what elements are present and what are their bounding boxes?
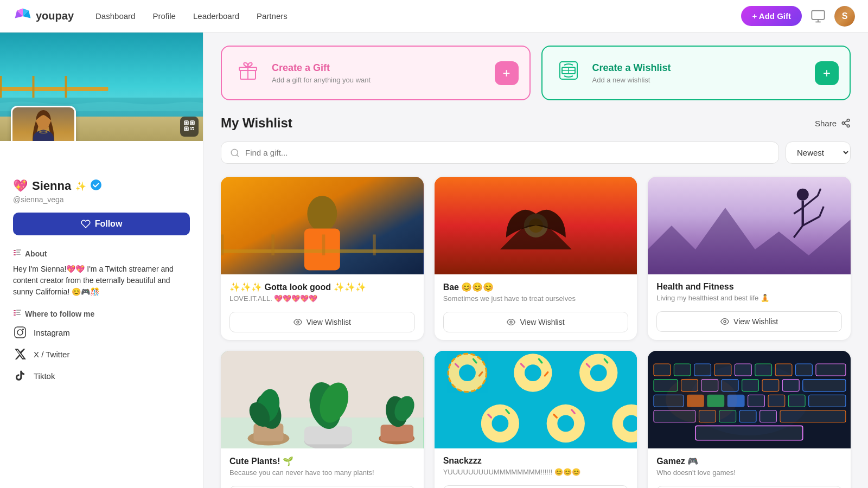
heart-emoji: 💖: [13, 179, 28, 193]
create-gift-card[interactable]: Create a Gift Add a gift for anything yo…: [221, 46, 531, 100]
share-icon: [841, 118, 851, 128]
bars-icon-2: [13, 309, 22, 319]
svg-rect-10: [0, 87, 108, 91]
svg-point-47: [847, 119, 850, 122]
sidebar-body: 💖 Sienna ✨ @sienna_vega Follow: [0, 141, 203, 403]
card-image-gamez: [648, 351, 851, 448]
follow-title: Where to follow me: [13, 309, 190, 319]
follow-section: Where to follow me Instagram: [13, 309, 190, 383]
svg-point-68: [797, 189, 809, 201]
svg-point-110: [492, 415, 508, 432]
svg-rect-61: [373, 234, 375, 255]
instagram-link[interactable]: Instagram: [13, 325, 190, 339]
svg-rect-137: [803, 380, 846, 391]
add-gift-button[interactable]: + Add Gift: [741, 6, 802, 26]
svg-rect-4: [812, 10, 824, 19]
create-wishlist-title: Create a Wishlist: [592, 62, 671, 74]
svg-rect-26: [193, 129, 194, 130]
card-image-snacks: [435, 351, 637, 448]
sparkle-emoji: ✨: [75, 181, 86, 191]
svg-rect-36: [14, 314, 16, 316]
gift-card-icon: [235, 57, 261, 88]
svg-rect-29: [14, 252, 16, 253]
view-wishlist-gotta-button[interactable]: View Wishlist: [229, 312, 415, 332]
svg-point-27: [91, 179, 101, 190]
create-wishlist-plus-button[interactable]: +: [815, 61, 839, 85]
wishlist-card-health[interactable]: Health and Fitness Living my healthiest …: [648, 177, 851, 340]
svg-rect-18: [186, 122, 188, 124]
qr-button[interactable]: [180, 117, 199, 137]
wishlist-card-bae[interactable]: Bae 😊😊😊 Sometimes we just have to treat …: [435, 177, 637, 340]
svg-rect-33: [16, 254, 21, 255]
logo[interactable]: youpay: [13, 7, 74, 26]
view-wishlist-bae-label: View Wishlist: [520, 318, 564, 326]
profile-picture: [11, 106, 76, 141]
wishlist-card-plants[interactable]: Cute Plants! 🌱 Because you can never hav…: [221, 351, 424, 488]
svg-rect-58: [221, 234, 224, 255]
svg-point-49: [847, 125, 850, 127]
svg-point-106: [590, 364, 607, 381]
svg-rect-85: [304, 426, 352, 444]
follow-label: Follow: [95, 219, 123, 229]
view-wishlist-health-button[interactable]: View Wishlist: [656, 311, 842, 332]
svg-point-76: [724, 320, 726, 323]
monitor-icon[interactable]: [810, 9, 826, 24]
svg-rect-25: [190, 129, 192, 130]
search-input[interactable]: [245, 148, 770, 157]
svg-rect-20: [192, 122, 194, 124]
card-body-snacks: Snackzzz YUUUUUUUUUMMMMMMMM!!!!!! 😊😊😊 Vi…: [435, 448, 637, 488]
svg-line-53: [237, 155, 238, 156]
tiktok-link[interactable]: Tiktok: [13, 369, 190, 383]
card-desc-plants: Because you can never have too many plan…: [229, 468, 415, 479]
svg-rect-145: [809, 395, 846, 407]
follow-button[interactable]: Follow: [13, 213, 190, 235]
svg-point-42: [22, 329, 24, 330]
create-gift-plus-button[interactable]: +: [495, 61, 519, 85]
card-desc-gotta: LOVE.IT.ALL. 💖💖💖💖💖: [229, 294, 415, 305]
wishlist-card-gamez[interactable]: Gamez 🎮 Who doesn't love games! View Wis…: [648, 351, 851, 488]
wishlist-card-snacks[interactable]: Snackzzz YUUUUUUUUUMMMMMMMM!!!!!! 😊😊😊 Vi…: [435, 351, 637, 488]
share-button[interactable]: Share: [815, 118, 851, 128]
create-wishlist-card[interactable]: Create a Wishlist Add a new wishlist +: [541, 46, 851, 100]
search-icon: [230, 148, 240, 158]
filter-select[interactable]: Newest Oldest Popular: [786, 142, 851, 164]
svg-point-48: [842, 122, 845, 125]
layout: 💖 Sienna ✨ @sienna_vega Follow: [0, 33, 868, 488]
nav-partners[interactable]: Partners: [257, 11, 288, 21]
twitter-link[interactable]: X / Twitter: [13, 347, 190, 361]
eye-icon-health: [720, 317, 729, 326]
eye-icon: [293, 318, 302, 326]
main-content: Create a Gift Add a gift for anything yo…: [203, 33, 868, 488]
create-gift-title: Create a Gift: [272, 62, 371, 74]
wishlist-card-gotta-look-good[interactable]: ✨✨✨ Gotta look good ✨✨✨ LOVE.IT.ALL. 💖💖💖…: [221, 177, 424, 340]
card-image-health: [648, 177, 851, 274]
card-title-bae: Bae 😊😊😊: [443, 282, 629, 292]
nav-dashboard[interactable]: Dashboard: [95, 11, 135, 21]
profile-handle: @sienna_vega: [13, 195, 190, 204]
svg-rect-24: [192, 127, 194, 128]
navbar: youpay Dashboard Profile Leaderboard Par…: [0, 0, 868, 33]
view-wishlist-bae-button[interactable]: View Wishlist: [443, 312, 629, 332]
svg-rect-37: [16, 310, 21, 311]
tiktok-icon: [13, 369, 27, 383]
x-twitter-icon: [13, 347, 27, 361]
svg-rect-35: [14, 312, 16, 313]
view-wishlist-gamez-button[interactable]: View Wishlist: [656, 486, 842, 488]
view-wishlist-plants-button[interactable]: View Wishlist: [229, 486, 415, 488]
view-wishlist-snacks-button[interactable]: View Wishlist: [443, 485, 629, 488]
create-gift-desc: Add a gift for anything you want: [272, 76, 371, 84]
tiktok-label: Tiktok: [34, 371, 55, 381]
svg-rect-89: [381, 425, 413, 441]
profile-name: 💖 Sienna ✨: [13, 179, 190, 193]
card-title-gamez: Gamez 🎮: [656, 456, 842, 466]
svg-rect-129: [816, 364, 846, 376]
card-title-gotta: ✨✨✨ Gotta look good ✨✨✨: [229, 282, 415, 292]
svg-rect-121: [654, 364, 671, 376]
sidebar: 💖 Sienna ✨ @sienna_vega Follow: [0, 33, 203, 488]
avatar[interactable]: S: [834, 6, 855, 27]
svg-rect-122: [674, 364, 691, 376]
nav-profile[interactable]: Profile: [152, 11, 176, 21]
svg-rect-39: [16, 314, 21, 315]
svg-line-51: [844, 121, 847, 123]
nav-leaderboard[interactable]: Leaderboard: [193, 11, 239, 21]
